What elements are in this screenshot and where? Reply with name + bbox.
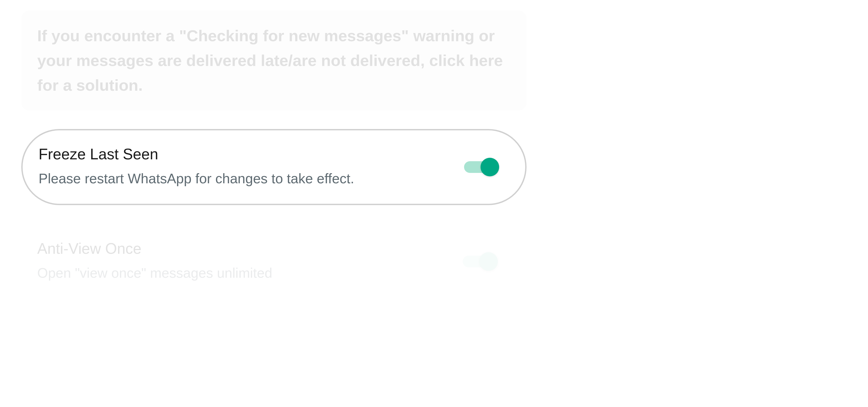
- info-banner-text: If you encounter a "Checking for new mes…: [37, 23, 510, 98]
- toggle-anti-view-once[interactable]: [463, 255, 500, 269]
- info-banner[interactable]: If you encounter a "Checking for new mes…: [21, 11, 527, 111]
- toggle-freeze-last-seen[interactable]: [464, 160, 501, 174]
- setting-subtitle: Please restart WhatsApp for changes to t…: [38, 168, 454, 189]
- toggle-knob: [480, 158, 499, 176]
- settings-container: If you encounter a "Checking for new mes…: [0, 0, 548, 305]
- setting-text-block: Anti-View Once Open "view once" messages…: [37, 240, 463, 283]
- toggle-knob: [479, 252, 498, 271]
- setting-freeze-last-seen[interactable]: Freeze Last Seen Please restart WhatsApp…: [21, 129, 527, 205]
- setting-text-block: Freeze Last Seen Please restart WhatsApp…: [38, 145, 464, 189]
- setting-title: Freeze Last Seen: [38, 145, 454, 163]
- setting-subtitle: Open "view once" messages unlimited: [37, 262, 452, 283]
- setting-anti-view-once[interactable]: Anti-View Once Open "view once" messages…: [21, 232, 527, 294]
- setting-title: Anti-View Once: [37, 240, 452, 257]
